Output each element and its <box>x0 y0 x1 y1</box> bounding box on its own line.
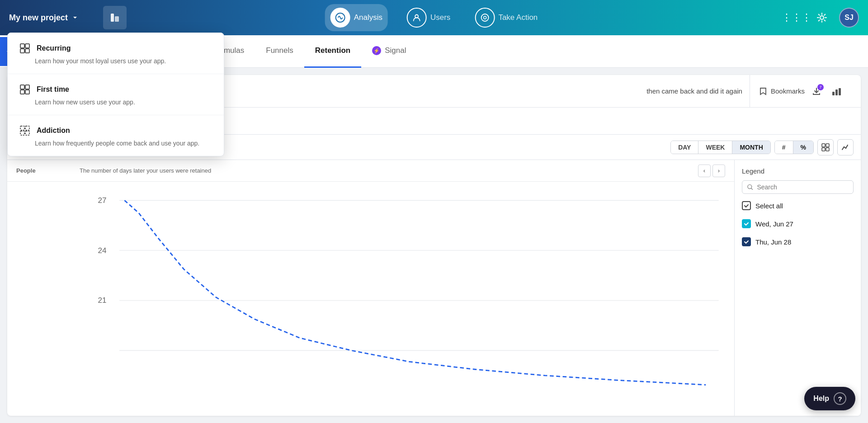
help-label: Help <box>813 395 829 403</box>
grid-view-toggle[interactable] <box>817 139 834 155</box>
recurring-dropdown-icon <box>19 42 31 55</box>
tab-retention[interactable]: Retention <box>304 35 361 68</box>
svg-rect-35 <box>25 126 29 130</box>
select-all-checkbox[interactable] <box>742 201 751 210</box>
project-name-label: My new project <box>9 13 68 23</box>
chart-navigation: ‹ › <box>698 164 725 177</box>
nav-item-take-action[interactable]: Take Action <box>469 4 543 31</box>
dropdown-recurring-desc: Learn how your most loyal users use your… <box>35 57 213 65</box>
svg-point-5 <box>483 16 486 19</box>
then-text: then came back and did it again <box>646 87 742 95</box>
legend-title: Legend <box>742 167 854 175</box>
legend-item-thu-jun28[interactable]: Thu, Jun 28 <box>742 235 854 248</box>
tab-funnels[interactable]: Funnels <box>255 35 304 68</box>
dropdown-first-time[interactable]: First time Learn how new users use your … <box>8 74 224 115</box>
thu-jun28-checkbox[interactable] <box>742 237 751 246</box>
chart-header: People The number of days later your use… <box>7 160 734 182</box>
legend-search-input[interactable] <box>757 183 849 191</box>
chart-icon-btn[interactable] <box>828 83 844 99</box>
bookmarks-area: Bookmarks 7 <box>750 75 854 108</box>
download-icon-btn[interactable]: 7 <box>808 83 825 99</box>
users-label: Users <box>430 13 450 22</box>
help-button[interactable]: Help ? <box>804 387 855 410</box>
chart-svg: 27 24 21 <box>16 182 725 407</box>
svg-rect-31 <box>25 85 29 89</box>
people-column-header: People <box>16 167 80 174</box>
chart-prev-button[interactable]: ‹ <box>698 164 711 177</box>
svg-rect-0 <box>111 14 114 22</box>
help-circle-icon: ? <box>834 392 846 405</box>
dropdown-first-time-desc: Learn how new users use your app. <box>35 99 213 106</box>
sidebar-icon[interactable] <box>103 6 127 29</box>
dropdown-addiction[interactable]: Addiction Learn how frequently people co… <box>8 115 224 156</box>
hash-toggle[interactable]: # <box>775 141 793 154</box>
svg-rect-28 <box>20 49 24 53</box>
chart-body: 27 24 21 <box>7 182 734 416</box>
help-icon: ? <box>838 395 842 403</box>
dropdown-recurring-title: Recurring <box>37 44 71 52</box>
svg-rect-33 <box>25 90 29 94</box>
dropdown-recurring[interactable]: Recurring Learn how your most loyal user… <box>8 33 224 74</box>
svg-text:27: 27 <box>98 196 107 205</box>
svg-text:21: 21 <box>98 296 107 305</box>
chart-area: People The number of days later your use… <box>7 160 861 416</box>
month-toggle[interactable]: MONTH <box>732 141 770 154</box>
analysis-label: Analysis <box>354 13 382 22</box>
right-navigation: ⋮⋮⋮ SJ <box>788 8 859 28</box>
thu-jun28-label: Thu, Jun 28 <box>755 238 791 246</box>
svg-rect-29 <box>25 49 29 53</box>
svg-rect-26 <box>20 44 24 48</box>
tab-funnels-label: Funnels <box>266 46 293 55</box>
analysis-icon <box>330 8 350 28</box>
signal-icon: ⚡ <box>372 46 381 55</box>
tab-retention-label: Retention <box>315 46 350 55</box>
tab-signal[interactable]: ⚡ Signal <box>361 35 417 68</box>
avatar[interactable]: SJ <box>839 8 859 28</box>
nav-item-analysis[interactable]: Analysis <box>325 4 388 31</box>
chart-table: People The number of days later your use… <box>7 160 734 416</box>
badge: 7 <box>817 84 824 90</box>
wed-jun27-label: Wed, Jun 27 <box>755 220 793 228</box>
svg-rect-11 <box>832 92 835 95</box>
svg-rect-15 <box>826 144 829 147</box>
line-view-toggle[interactable] <box>837 139 854 155</box>
legend-panel: Legend Select all <box>734 160 861 416</box>
legend-item-wed-jun27[interactable]: Wed, Jun 27 <box>742 217 854 230</box>
addiction-dropdown-icon <box>19 124 31 137</box>
svg-rect-16 <box>822 148 825 151</box>
svg-rect-12 <box>835 89 838 95</box>
time-toggle-group: DAY WEEK MONTH <box>670 141 771 154</box>
settings-icon[interactable] <box>814 9 830 26</box>
legend-item-select-all[interactable]: Select all <box>742 199 854 212</box>
svg-rect-36 <box>20 131 24 135</box>
apps-grid-icon[interactable]: ⋮⋮⋮ <box>788 9 805 26</box>
dropdown-addiction-title: Addiction <box>37 127 70 135</box>
svg-rect-37 <box>25 131 29 135</box>
select-all-label: Select all <box>755 202 783 210</box>
days-column-header: The number of days later your users were… <box>80 167 698 174</box>
wed-jun27-checkbox[interactable] <box>742 219 751 228</box>
take-action-label: Take Action <box>498 13 538 22</box>
take-action-icon <box>475 8 495 28</box>
svg-rect-34 <box>20 126 24 130</box>
chart-next-button[interactable]: › <box>712 164 725 177</box>
legend-search[interactable] <box>742 180 854 194</box>
svg-rect-27 <box>25 44 29 48</box>
week-toggle[interactable]: WEEK <box>698 141 732 154</box>
percent-toggle[interactable]: % <box>793 141 813 154</box>
nav-item-users[interactable]: Users <box>401 4 456 31</box>
svg-point-6 <box>820 16 824 19</box>
svg-rect-32 <box>20 90 24 94</box>
svg-rect-30 <box>20 85 24 89</box>
search-icon <box>747 183 753 191</box>
first-time-dropdown-icon <box>19 83 31 96</box>
top-navigation: My new project Analysis <box>0 0 868 35</box>
day-toggle[interactable]: DAY <box>671 141 698 154</box>
chevron-down-icon <box>71 14 79 21</box>
bookmark-icon <box>759 87 767 95</box>
svg-text:24: 24 <box>98 246 107 255</box>
svg-rect-17 <box>826 148 829 151</box>
project-name[interactable]: My new project <box>9 13 99 23</box>
svg-rect-14 <box>822 144 825 147</box>
svg-point-4 <box>481 14 488 21</box>
